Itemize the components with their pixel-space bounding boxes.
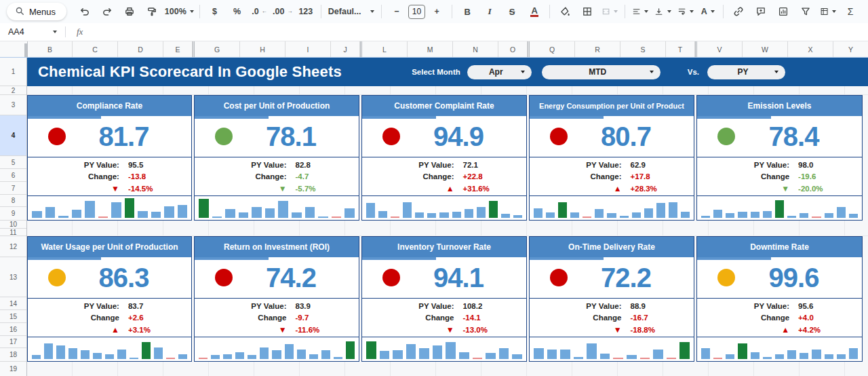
increase-decimal-button[interactable]: .00→ [271, 3, 294, 20]
decrease-decimal-button[interactable]: .0← [249, 3, 271, 20]
name-box[interactable]: AA4 [8, 27, 57, 37]
py-value[interactable]: 72.1 [454, 161, 478, 169]
change-percent[interactable]: +28.3% [622, 185, 657, 193]
py-value[interactable]: 83.9 [287, 302, 311, 310]
spreadsheet-grid[interactable]: Chemical KPI Scorecard In Google Sheets … [27, 58, 868, 376]
row-header-1[interactable]: 1 [0, 58, 26, 86]
row-header-14[interactable]: 14 [0, 297, 26, 310]
formula-input[interactable] [83, 23, 868, 41]
column-header-X[interactable]: X [788, 41, 833, 57]
print-button[interactable] [119, 3, 140, 20]
change-value[interactable]: +2.6 [119, 314, 144, 322]
column-header-T[interactable]: T [666, 41, 695, 57]
change-percent[interactable]: -5.7% [287, 185, 316, 193]
column-header-Y[interactable]: Y [833, 41, 868, 57]
paint-format-button[interactable] [141, 3, 163, 20]
column-header-W[interactable]: W [743, 41, 788, 57]
py-value[interactable]: 98.0 [789, 161, 813, 169]
borders-button[interactable] [576, 3, 598, 20]
text-color-button[interactable]: A [524, 3, 545, 20]
change-value[interactable]: -9.7 [287, 314, 309, 322]
row-header-16[interactable]: 16 [0, 323, 26, 336]
column-header-Q[interactable]: Q [530, 41, 575, 57]
change-percent[interactable]: -14.5% [119, 185, 153, 193]
column-header-I[interactable]: I [285, 41, 331, 57]
create-filter-button[interactable] [795, 3, 816, 20]
horizontal-align-button[interactable] [629, 3, 651, 20]
bold-button[interactable]: B [456, 3, 478, 20]
column-header-V[interactable]: V [697, 41, 743, 57]
column-header-R[interactable]: R [575, 41, 620, 57]
change-value[interactable]: +4.0 [789, 314, 814, 322]
kpi-value[interactable]: 80.7 [568, 121, 694, 152]
kpi-card-title[interactable]: Energy Consumption per Unit of Product [530, 96, 694, 116]
kpi-value[interactable]: 94.9 [400, 121, 526, 152]
increase-font-size-button[interactable]: + [426, 3, 448, 20]
column-header-J[interactable]: J [331, 41, 360, 57]
row-header-18[interactable]: 18 [0, 348, 26, 362]
column-header-E[interactable]: E [163, 41, 193, 57]
change-percent[interactable]: +4.2% [789, 326, 821, 334]
row-header-19[interactable]: 19 [0, 362, 26, 376]
menus-button[interactable]: Menus [7, 3, 66, 20]
py-value[interactable]: 82.8 [287, 161, 311, 169]
kpi-card-title[interactable]: Return on Investment (ROI) [195, 237, 359, 257]
row-header-4[interactable]: 4 [0, 115, 26, 156]
kpi-value[interactable]: 72.2 [568, 263, 694, 293]
row-header-8[interactable]: 8 [0, 195, 26, 207]
zoom-selector[interactable]: 100% [163, 3, 195, 20]
change-value[interactable]: -4.7 [287, 172, 309, 181]
insert-link-button[interactable] [728, 3, 749, 20]
kpi-value[interactable]: 81.7 [66, 121, 191, 152]
kpi-card-title[interactable]: Cost per Unit of Production [195, 96, 359, 116]
column-header-C[interactable]: C [73, 41, 118, 57]
period-dropdown[interactable]: MTD [542, 65, 660, 79]
change-value[interactable]: -13.8 [119, 172, 146, 181]
py-value[interactable]: 88.9 [622, 302, 646, 310]
italic-button[interactable]: I [479, 3, 500, 20]
py-value[interactable]: 62.9 [622, 161, 646, 169]
decrease-font-size-button[interactable]: − [386, 3, 408, 20]
row-header-2[interactable]: 2 [0, 86, 26, 95]
row-header-10[interactable]: 10 [0, 221, 26, 229]
py-value[interactable]: 108.2 [454, 302, 483, 310]
kpi-card-title[interactable]: Inventory Turnover Rate [362, 237, 526, 257]
column-header-O[interactable]: O [498, 41, 528, 57]
column-header-S[interactable]: S [620, 41, 666, 57]
kpi-card-title[interactable]: Compliance Rate [28, 96, 191, 116]
select-all-button[interactable] [0, 41, 28, 57]
change-value[interactable]: -14.1 [454, 314, 481, 322]
kpi-card-title[interactable]: Downtime Rate [697, 237, 862, 257]
change-value[interactable]: -19.6 [789, 172, 816, 181]
font-size-input[interactable]: 10 [408, 5, 425, 19]
row-header-5[interactable]: 5 [0, 156, 26, 169]
py-value[interactable]: 95.6 [789, 302, 813, 310]
vertical-align-button[interactable] [652, 3, 673, 20]
kpi-value[interactable]: 99.6 [735, 263, 862, 293]
text-wrap-button[interactable] [675, 3, 696, 20]
column-header-B[interactable]: B [28, 41, 73, 57]
kpi-value[interactable]: 86.3 [66, 263, 191, 293]
column-header-L[interactable]: L [362, 41, 408, 57]
strikethrough-button[interactable]: S [501, 3, 523, 20]
py-value[interactable]: 95.5 [119, 161, 143, 169]
row-header-11[interactable]: 11 [0, 229, 26, 236]
change-percent[interactable]: +3.1% [119, 326, 151, 334]
kpi-card-title[interactable]: On-Time Delivery Rate [530, 237, 694, 257]
number-format-button[interactable]: 123 [295, 3, 317, 20]
font-selector[interactable]: Defaul... [326, 3, 377, 20]
change-percent[interactable]: +31.6% [454, 185, 490, 193]
month-dropdown[interactable]: Apr [467, 65, 532, 79]
kpi-value[interactable]: 78.1 [233, 121, 359, 152]
functions-button[interactable]: Σ [840, 3, 861, 20]
row-header-15[interactable]: 15 [0, 310, 26, 323]
py-value[interactable]: 83.7 [119, 302, 143, 310]
change-value[interactable]: +17.8 [622, 172, 650, 181]
kpi-card-title[interactable]: Water Usage per Unit of Production [28, 237, 191, 257]
undo-button[interactable] [74, 3, 96, 20]
redo-button[interactable] [96, 3, 118, 20]
column-header-N[interactable]: N [453, 41, 498, 57]
kpi-card-title[interactable]: Emission Levels [697, 96, 862, 116]
change-value[interactable]: +22.8 [454, 172, 483, 181]
row-header-17[interactable]: 17 [0, 336, 26, 348]
